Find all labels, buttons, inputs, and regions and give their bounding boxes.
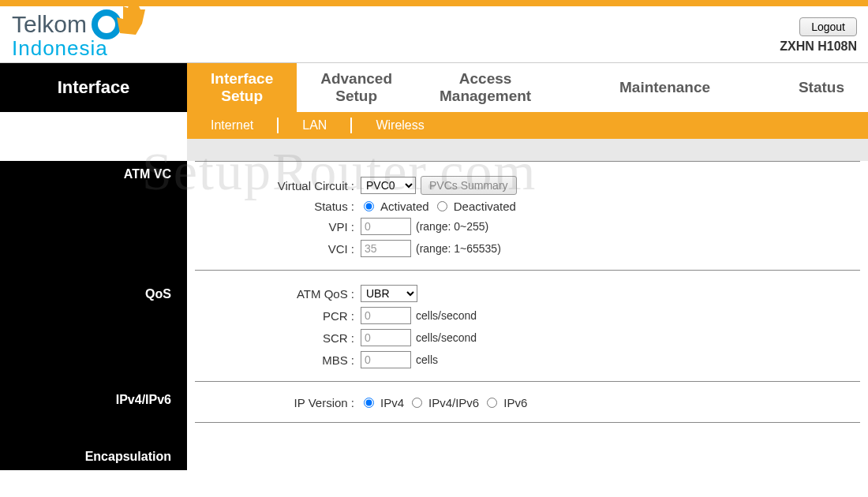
logo-ring-icon bbox=[92, 9, 122, 39]
status-deactivated-label: Deactivated bbox=[454, 200, 516, 213]
tab-label-l2: Management bbox=[440, 88, 531, 104]
tab-advanced-setup[interactable]: AdvancedSetup bbox=[297, 63, 416, 112]
atm-qos-select[interactable]: UBR bbox=[361, 285, 417, 302]
divider bbox=[195, 422, 860, 423]
pcr-input[interactable] bbox=[361, 307, 411, 324]
nav-current-section: Interface bbox=[0, 63, 187, 112]
label-ip-version: IP Version : bbox=[187, 396, 361, 409]
label-vpi: VPI : bbox=[187, 220, 361, 234]
logo-text-telkom: Telkom bbox=[12, 11, 87, 38]
scr-input[interactable] bbox=[361, 329, 411, 346]
status-deactivated-radio[interactable] bbox=[437, 201, 447, 211]
tab-access-management[interactable]: AccessManagement bbox=[416, 63, 555, 112]
ipv-block: IP Version : IPv4 IPv4/IPv6 IPv6 bbox=[187, 382, 868, 422]
content: ATM VC QoS IPv4/IPv6 Encapsulation Virtu… bbox=[0, 139, 868, 470]
ipv6-label: IPv6 bbox=[503, 396, 527, 409]
mbs-input[interactable] bbox=[361, 351, 411, 368]
label-status: Status : bbox=[187, 200, 361, 213]
logo: Telkom Indonesia bbox=[12, 9, 122, 61]
subnav-wireless[interactable]: Wireless bbox=[352, 118, 447, 133]
vci-input[interactable] bbox=[361, 240, 411, 257]
label-vci: VCI : bbox=[187, 242, 361, 256]
tab-label: Status bbox=[799, 79, 844, 96]
header: Telkom Indonesia Logout ZXHN H108N bbox=[0, 6, 868, 63]
tab-maintenance[interactable]: Maintenance bbox=[555, 63, 775, 112]
label-virtual-circuit: Virtual Circuit : bbox=[187, 179, 361, 192]
label-scr: SCR : bbox=[187, 331, 361, 345]
tab-label: Maintenance bbox=[619, 79, 710, 96]
label-atm-qos: ATM QoS : bbox=[187, 287, 361, 301]
status-activated-radio[interactable] bbox=[364, 201, 374, 211]
label-mbs: MBS : bbox=[187, 353, 361, 367]
ipv6-radio[interactable] bbox=[487, 398, 497, 408]
status-activated-label: Activated bbox=[380, 200, 429, 213]
tab-interface-setup[interactable]: InterfaceSetup bbox=[187, 63, 297, 112]
vci-range: (range: 1~65535) bbox=[416, 242, 501, 255]
tab-label-l2: Setup bbox=[221, 88, 263, 104]
pvcs-summary-button[interactable]: PVCs Summary bbox=[421, 176, 517, 195]
form-area: Virtual Circuit : PVC0 PVCs Summary Stat… bbox=[187, 139, 868, 470]
sub-nav: Internet LAN Wireless bbox=[0, 112, 868, 139]
atm-vc-block: Virtual Circuit : PVC0 PVCs Summary Stat… bbox=[187, 162, 868, 270]
logo-text-indonesia: Indonesia bbox=[12, 36, 122, 61]
ipv4-label: IPv4 bbox=[380, 396, 404, 409]
section-atm-vc: ATM VC bbox=[0, 161, 187, 188]
sidebar: ATM VC QoS IPv4/IPv6 Encapsulation bbox=[0, 139, 187, 470]
virtual-circuit-select[interactable]: PVC0 bbox=[361, 177, 416, 194]
ipv4ipv6-label: IPv4/IPv6 bbox=[428, 396, 479, 409]
tab-label-l1: Access bbox=[459, 70, 512, 87]
vpi-input[interactable] bbox=[361, 218, 411, 235]
subnav-spacer bbox=[0, 112, 187, 139]
subnav-internet[interactable]: Internet bbox=[187, 118, 279, 133]
subnav-lan[interactable]: LAN bbox=[279, 118, 352, 133]
ipv4ipv6-radio[interactable] bbox=[412, 398, 422, 408]
label-pcr: PCR : bbox=[187, 309, 361, 323]
ipv4-radio[interactable] bbox=[364, 398, 374, 408]
pcr-unit: cells/second bbox=[416, 309, 477, 322]
logo-hand-icon bbox=[112, 2, 152, 37]
qos-block: ATM QoS : UBR PCR : cells/second SCR : c… bbox=[187, 271, 868, 381]
tab-label-l1: Interface bbox=[211, 70, 273, 87]
section-encapsulation: Encapsulation bbox=[0, 443, 187, 470]
model-label: ZXHN H108N bbox=[780, 39, 857, 54]
vpi-range: (range: 0~255) bbox=[416, 220, 488, 233]
tab-label-l1: Advanced bbox=[320, 70, 392, 87]
mbs-unit: cells bbox=[416, 353, 438, 366]
section-qos: QoS bbox=[0, 281, 187, 308]
header-right: Logout ZXHN H108N bbox=[780, 9, 860, 54]
tab-label-l2: Setup bbox=[335, 88, 377, 104]
scr-unit: cells/second bbox=[416, 331, 477, 344]
tab-status[interactable]: Status bbox=[775, 63, 868, 112]
main-nav: Interface InterfaceSetup AdvancedSetup A… bbox=[0, 63, 868, 112]
section-ipv: IPv4/IPv6 bbox=[0, 387, 187, 413]
gray-band bbox=[187, 139, 868, 161]
logout-button[interactable]: Logout bbox=[799, 17, 857, 36]
